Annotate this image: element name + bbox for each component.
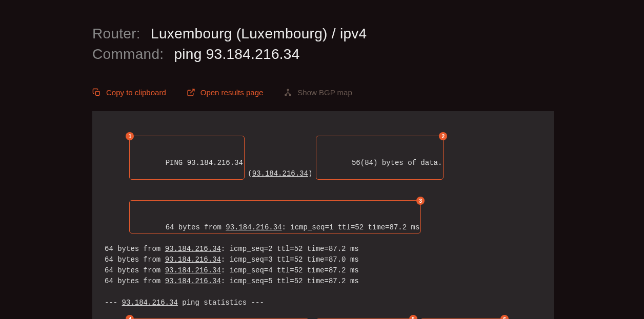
output-blank	[105, 287, 541, 297]
marker-2: 2	[439, 132, 447, 140]
output-line-1: 1 PING 93.184.216.34 (93.184.216.34) 2 5…	[105, 125, 541, 190]
command-header: Command: ping 93.184.216.34	[92, 46, 644, 62]
marker-1: 1	[126, 132, 134, 140]
ip-link[interactable]: 93.184.216.34	[165, 277, 221, 285]
ip-link[interactable]: 93.184.216.34	[252, 169, 308, 178]
ip-link[interactable]: 93.184.216.34	[122, 299, 178, 307]
router-label: Router:	[92, 26, 140, 41]
ip-link[interactable]: 93.184.216.34	[165, 256, 221, 264]
output-line-2: 3 64 bytes from 93.184.216.34: icmp_seq=…	[105, 190, 541, 244]
output-stats-title: --- 93.184.216.34 ping statistics ---	[105, 297, 541, 308]
command-value: ping 93.184.216.34	[174, 46, 299, 62]
copy-icon	[92, 88, 101, 97]
svg-point-4	[290, 94, 291, 96]
copy-button[interactable]: Copy to clipboard	[92, 88, 166, 97]
output-line-3: 64 bytes from 93.184.216.34: icmp_seq=2 …	[105, 244, 541, 254]
marker-6: 6	[500, 315, 509, 319]
bgp-label: Show BGP map	[297, 88, 352, 97]
show-bgp-button[interactable]: Show BGP map	[284, 88, 352, 97]
marker-5: 5	[409, 315, 417, 319]
svg-point-2	[287, 89, 289, 91]
svg-line-1	[190, 89, 194, 93]
router-value: Luxembourg (Luxembourg) / ipv4	[151, 26, 367, 41]
marker-4: 4	[126, 315, 134, 319]
actions-row: Copy to clipboard Open results page Show…	[92, 88, 644, 97]
output-line-4: 64 bytes from 93.184.216.34: icmp_seq=3 …	[105, 254, 541, 265]
highlight-3: 3 64 bytes from 93.184.216.34: icmp_seq=…	[129, 200, 421, 233]
svg-rect-0	[95, 91, 99, 95]
external-link-icon	[187, 88, 195, 97]
command-label: Command:	[92, 46, 164, 62]
open-label: Open results page	[200, 88, 264, 97]
output-line-6: 64 bytes from 93.184.216.34: icmp_seq=5 …	[105, 276, 541, 287]
marker-3: 3	[416, 197, 425, 205]
ip-link[interactable]: 93.184.216.34	[226, 223, 281, 231]
highlight-2: 2 56(84) bytes of data.	[316, 136, 444, 180]
highlight-1: 1 PING 93.184.216.34	[129, 136, 244, 180]
output-line-5: 64 bytes from 93.184.216.34: icmp_seq=4 …	[105, 265, 541, 276]
svg-point-3	[285, 94, 287, 96]
copy-label: Copy to clipboard	[106, 88, 166, 97]
router-header: Router: Luxembourg (Luxembourg) / ipv4	[92, 26, 644, 42]
open-results-button[interactable]: Open results page	[187, 88, 264, 97]
output-panel: 1 PING 93.184.216.34 (93.184.216.34) 2 5…	[92, 111, 554, 319]
network-icon	[284, 88, 292, 97]
output-stats-line: 4 5 packets transmitted, 5 received , 5 …	[105, 308, 541, 319]
ip-link[interactable]: 93.184.216.34	[165, 266, 221, 274]
ip-link[interactable]: 93.184.216.34	[165, 245, 221, 253]
